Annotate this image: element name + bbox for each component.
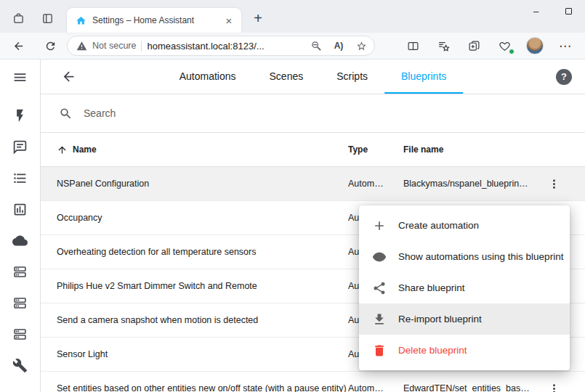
workspaces-icon[interactable] [9, 9, 28, 28]
ha-sidebar [0, 60, 41, 392]
new-tab-button[interactable]: + [249, 9, 267, 28]
blueprint-context-menu: Create automation Show automations using… [359, 205, 570, 370]
tab-scripts[interactable]: Scripts [320, 60, 384, 94]
avatar-image [526, 37, 544, 54]
tab-blueprints[interactable]: Blueprints [384, 60, 463, 94]
sidebar-items [0, 100, 40, 381]
sidebar-item-energy[interactable] [0, 100, 40, 131]
menu-item-create-automation[interactable]: Create automation [359, 210, 570, 241]
plus-icon [372, 219, 387, 233]
browser-tab-strip: Settings – Home Assistant × + – [0, 0, 585, 33]
browser-toolbar: Not secure homeassistant.local:8123/... … [0, 33, 585, 60]
home-assistant-favicon [76, 15, 86, 26]
download-icon [372, 312, 387, 327]
sidebar-item-logbook[interactable] [0, 163, 40, 194]
tab-scenes[interactable]: Scenes [253, 60, 320, 94]
back-button[interactable] [7, 36, 29, 56]
sidebar-item-server-3[interactable] [0, 319, 40, 350]
profile-avatar[interactable] [523, 36, 547, 56]
row-type: Autom… [348, 179, 403, 189]
zoom-out-icon[interactable] [307, 37, 325, 54]
search-icon [59, 107, 73, 121]
row-file: EdwardTEN/set_entities_bas… [403, 383, 536, 392]
maximize-icon [565, 8, 572, 15]
url-text: homeassistant.local:8123/... [147, 41, 302, 52]
row-name: Send a camera snapshot when motion is de… [57, 315, 348, 325]
sidebar-item-history[interactable] [0, 194, 40, 225]
sidebar-menu-icon[interactable] [0, 60, 40, 94]
tab-strip-left-icons [9, 9, 57, 33]
toolbar-right-icons: ⋯ [400, 36, 578, 56]
tab-title: Settings – Home Assistant [92, 15, 217, 25]
security-label: Not secure [92, 41, 136, 51]
search-input[interactable] [84, 107, 316, 119]
favorite-star-icon[interactable] [352, 37, 370, 54]
sidebar-item-server-2[interactable] [0, 287, 40, 319]
column-file-name[interactable]: File name [403, 144, 536, 155]
ha-back-button[interactable] [55, 64, 81, 90]
row-name: Set entities based on other entities new… [57, 383, 348, 392]
collections-icon[interactable] [461, 36, 486, 56]
tab-close-icon[interactable]: × [222, 14, 235, 27]
menu-item-delete-blueprint[interactable]: Delete blueprint [359, 335, 570, 366]
row-type: Autom… [348, 383, 403, 392]
sidebar-item-tools[interactable] [0, 350, 40, 381]
column-type[interactable]: Type [348, 144, 403, 155]
menu-item-share-blueprint[interactable]: Share blueprint [359, 272, 570, 303]
sidebar-item-message[interactable] [0, 131, 40, 163]
favorites-icon[interactable] [431, 36, 456, 56]
home-assistant-app: Automations Scenes Scripts Blueprints ? … [0, 60, 585, 392]
browser-essentials-icon[interactable] [492, 36, 517, 56]
address-bar-divider [141, 41, 142, 52]
sidebar-item-server-1[interactable] [0, 256, 40, 287]
refresh-button[interactable] [39, 36, 61, 56]
ha-header: Automations Scenes Scripts Blueprints ? [41, 60, 585, 94]
sidebar-item-cloud[interactable] [0, 225, 40, 256]
search-row [41, 94, 585, 133]
browser-tab[interactable]: Settings – Home Assistant × [67, 8, 241, 33]
row-name: Philips Hue v2 Smart Dimmer Switch and R… [57, 281, 348, 291]
table-row[interactable]: NSPanel Configuration Autom… Blackymas/n… [41, 167, 585, 201]
row-name: Sensor Light [57, 349, 348, 359]
menu-item-reimport-blueprint[interactable]: Re-import blueprint [359, 303, 570, 335]
maximize-button[interactable] [552, 0, 585, 22]
row-overflow-menu-icon[interactable] [541, 171, 567, 197]
settings-more-icon[interactable]: ⋯ [553, 36, 578, 56]
trash-icon [372, 343, 387, 358]
share-icon [372, 281, 387, 295]
help-icon[interactable]: ? [556, 69, 572, 85]
ha-tab-bar: Automations Scenes Scripts Blueprints [163, 60, 464, 94]
table-header: Name Type File name [41, 133, 585, 167]
address-bar[interactable]: Not secure homeassistant.local:8123/... … [67, 36, 375, 56]
not-secure-warning-icon [76, 41, 87, 52]
menu-item-show-automations[interactable]: Show automations using this blueprint [359, 241, 570, 272]
table-row[interactable]: Set entities based on other entities new… [41, 372, 585, 392]
split-screen-icon[interactable] [400, 36, 425, 56]
tab-actions-icon[interactable] [38, 9, 57, 28]
tab-automations[interactable]: Automations [163, 60, 253, 94]
minimize-button[interactable]: – [520, 0, 552, 22]
window-controls: – [520, 0, 585, 22]
row-file: Blackymas/nspanel_blueprin… [403, 179, 536, 189]
row-name: Overheating detection for all temperatur… [57, 247, 348, 257]
read-aloud-icon[interactable]: A) [330, 37, 347, 54]
column-name[interactable]: Name [57, 144, 348, 155]
row-name: Occupancy [57, 213, 348, 223]
ha-main: Automations Scenes Scripts Blueprints ? … [41, 60, 585, 392]
row-overflow-menu-icon[interactable] [541, 375, 567, 392]
row-name: NSPanel Configuration [57, 179, 348, 189]
eye-icon [372, 250, 387, 264]
essentials-status-dot [509, 49, 515, 54]
sort-ascending-icon [57, 144, 68, 155]
